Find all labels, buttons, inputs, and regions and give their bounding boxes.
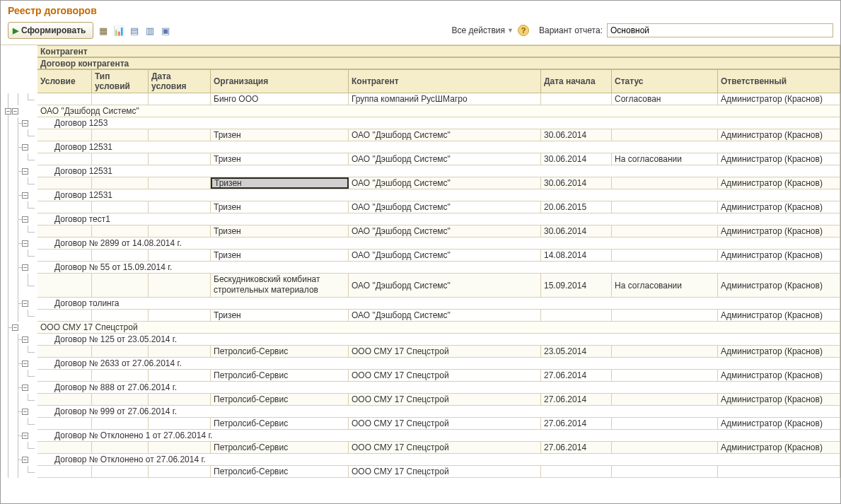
cell[interactable] xyxy=(37,346,92,357)
cell[interactable] xyxy=(92,442,149,453)
cell-organization[interactable]: Петролсиб-Сервис xyxy=(211,394,349,405)
cell-organization[interactable]: Петролсиб-Сервис xyxy=(211,418,349,429)
expand-toggle[interactable]: − xyxy=(22,457,28,463)
contract-row[interactable]: Договор № Отклонено 1 от 27.06.2014 г. xyxy=(37,430,840,442)
cell-status[interactable]: На согласовании xyxy=(612,153,718,165)
cell[interactable] xyxy=(37,225,92,237)
cell[interactable] xyxy=(37,250,92,261)
contract-row[interactable]: Договор 1253 xyxy=(37,117,840,129)
cell[interactable] xyxy=(92,394,149,405)
cell-start-date[interactable]: 23.05.2014 xyxy=(541,346,612,357)
cell-status[interactable] xyxy=(612,370,718,381)
data-row[interactable]: Петролсиб-СервисООО СМУ 17 Спецстрой xyxy=(37,466,840,478)
contract-row[interactable]: Договор № 2899 от 14.08.2014 г. xyxy=(37,238,840,250)
cell-responsible[interactable]: Администратор (Краснов) xyxy=(718,394,840,405)
cell[interactable] xyxy=(37,310,92,321)
cell[interactable] xyxy=(37,93,92,105)
cell[interactable] xyxy=(149,466,211,477)
expand-toggle[interactable]: − xyxy=(12,324,18,331)
cell-responsible[interactable]: Администратор (Краснов) xyxy=(718,153,840,165)
cell[interactable] xyxy=(149,310,211,321)
contract-row[interactable]: Договор № 125 от 23.05.2014 г. xyxy=(37,334,840,346)
cell-counterparty[interactable]: ООО СМУ 17 Спецстрой xyxy=(349,370,541,381)
cell-responsible[interactable]: Администратор (Краснов) xyxy=(718,201,840,213)
contract-row[interactable]: Договор 12531 xyxy=(37,141,840,153)
cell-status[interactable] xyxy=(612,346,718,357)
cell-organization[interactable]: Тризен xyxy=(211,225,349,237)
cell[interactable] xyxy=(37,153,92,165)
contract-row[interactable]: Договор № 2633 от 27.06.2014 г. xyxy=(37,358,840,370)
expand-toggle[interactable]: − xyxy=(22,168,28,175)
cell[interactable] xyxy=(149,153,211,165)
cell-counterparty[interactable]: ООО СМУ 17 Спецстрой xyxy=(349,346,541,357)
cell[interactable] xyxy=(149,370,211,381)
expand-toggle[interactable]: − xyxy=(22,192,28,199)
cell-counterparty[interactable]: ОАО "Дэшборд Системс" xyxy=(349,201,541,213)
cell-counterparty[interactable]: ООО СМУ 17 Спецстрой xyxy=(349,466,541,477)
chart-icon[interactable]: 📊 xyxy=(113,25,124,36)
cell-counterparty[interactable]: ООО СМУ 17 Спецстрой xyxy=(349,418,541,429)
data-row[interactable]: ТризенОАО "Дэшборд Системс"20.06.2015Адм… xyxy=(37,201,840,213)
cell[interactable] xyxy=(149,394,211,405)
cell[interactable] xyxy=(92,418,149,429)
cell[interactable] xyxy=(149,93,211,105)
cell[interactable] xyxy=(149,129,211,141)
cell-status[interactable] xyxy=(612,310,718,321)
cell-organization[interactable]: Петролсиб-Сервис xyxy=(211,346,349,357)
expand-toggle[interactable]: − xyxy=(22,120,28,127)
cell[interactable] xyxy=(149,442,211,453)
cell-organization[interactable]: Петролсиб-Сервис xyxy=(211,370,349,381)
save-icon[interactable]: ▣ xyxy=(160,25,171,36)
cell-status[interactable] xyxy=(612,129,718,141)
contract-row[interactable]: Договор толинга xyxy=(37,298,840,310)
cell-start-date[interactable]: 27.06.2014 xyxy=(541,442,612,453)
cell[interactable] xyxy=(149,346,211,357)
expand-toggle[interactable]: − xyxy=(22,300,28,307)
cell[interactable] xyxy=(37,466,92,477)
all-actions-menu[interactable]: Все действия ▼ xyxy=(452,25,514,35)
cell-counterparty[interactable]: ООО СМУ 17 Спецстрой xyxy=(349,442,541,453)
cell[interactable] xyxy=(149,418,211,429)
cell-responsible[interactable]: Администратор (Краснов) xyxy=(718,370,840,381)
data-row[interactable]: Петролсиб-СервисООО СМУ 17 Спецстрой27.0… xyxy=(37,394,840,406)
expand-toggle[interactable]: − xyxy=(22,216,28,223)
cell-responsible[interactable]: Администратор (Краснов) xyxy=(718,442,840,453)
cell-counterparty[interactable]: ОАО "Дэшборд Системс" xyxy=(349,274,541,297)
cell-status[interactable] xyxy=(612,250,718,261)
cell[interactable] xyxy=(92,250,149,261)
cell-status[interactable] xyxy=(612,394,718,405)
cell-counterparty[interactable]: ОАО "Дэшборд Системс" xyxy=(349,310,541,321)
contract-row[interactable]: Договор № Отклонено от 27.06.2014 г. xyxy=(37,454,840,466)
cell[interactable] xyxy=(92,177,149,189)
cell-start-date[interactable]: 30.06.2014 xyxy=(541,153,612,165)
data-row[interactable]: ТризенОАО "Дэшборд Системс"30.06.2014Адм… xyxy=(37,225,840,238)
cell[interactable] xyxy=(37,442,92,453)
cell-responsible[interactable]: Администратор (Краснов) xyxy=(718,225,840,237)
cell-counterparty[interactable]: ОАО "Дэшборд Системс" xyxy=(349,153,541,165)
cell-organization[interactable]: Бинго ООО xyxy=(211,93,349,105)
cell[interactable] xyxy=(149,250,211,261)
cell-start-date[interactable]: 27.06.2014 xyxy=(541,370,612,381)
data-row[interactable]: ТризенОАО "Дэшборд Системс"30.06.2014На … xyxy=(37,153,840,165)
data-row[interactable]: Петролсиб-СервисООО СМУ 17 Спецстрой23.0… xyxy=(37,346,840,358)
cell-organization[interactable]: Тризен xyxy=(211,201,349,213)
expand-toggle[interactable]: − xyxy=(12,108,18,115)
cell-counterparty[interactable]: ОАО "Дэшборд Системс" xyxy=(349,129,541,141)
cell-start-date[interactable] xyxy=(541,466,612,477)
cell-status[interactable] xyxy=(612,225,718,237)
cell[interactable] xyxy=(149,225,211,237)
cell[interactable] xyxy=(37,274,92,297)
cell-counterparty[interactable]: ОАО "Дэшборд Системс" xyxy=(349,225,541,237)
data-row[interactable]: Петролсиб-СервисООО СМУ 17 Спецстрой27.0… xyxy=(37,442,840,454)
cell-start-date[interactable]: 20.06.2015 xyxy=(541,201,612,213)
expand-toggle[interactable]: − xyxy=(22,144,28,151)
cell-responsible[interactable]: Администратор (Краснов) xyxy=(718,274,840,297)
cell-start-date[interactable] xyxy=(541,93,612,105)
cell-status[interactable] xyxy=(612,466,718,477)
cell-counterparty[interactable]: Группа компаний РусШМагро xyxy=(349,93,541,105)
cell[interactable] xyxy=(92,346,149,357)
expand-toggle[interactable]: − xyxy=(22,361,28,367)
expand-toggle[interactable]: − xyxy=(22,336,28,343)
cell[interactable] xyxy=(37,418,92,429)
cell-organization[interactable]: Бескудниковский комбинат строительных ма… xyxy=(211,274,349,297)
